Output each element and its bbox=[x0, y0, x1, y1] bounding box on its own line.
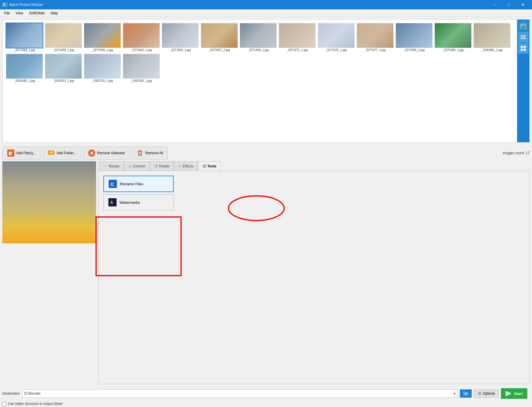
image-thumbnail bbox=[357, 23, 393, 48]
title-bar: Batch Picture Resizer − □ ✕ bbox=[0, 0, 532, 9]
watermarks-button[interactable]: A Watermarks bbox=[103, 194, 174, 210]
tab-rotate[interactable]: ↺ Rotate bbox=[150, 161, 174, 171]
menu-view[interactable]: View bbox=[13, 10, 26, 16]
tabs-content: ↔ Resize ⇄ Convert ↺ Rotate ✦ Effects ⚙ bbox=[98, 161, 530, 384]
use-folder-row: Use folder structure in output folder bbox=[0, 401, 532, 407]
image-grid[interactable]: _5271658_1.jpg_5271659_1.jpg_5271660_1.j… bbox=[3, 20, 517, 142]
image-label: _5292023_1.jpg bbox=[53, 79, 74, 82]
svg-text:A: A bbox=[110, 200, 113, 205]
image-item[interactable]: _5281885_1.jpg bbox=[6, 53, 43, 83]
sidebar-grid-button[interactable] bbox=[518, 43, 528, 54]
tab-effects-label: Effects bbox=[183, 164, 193, 168]
add-files-button[interactable]: Add File(s)... bbox=[2, 147, 41, 160]
image-thumbnail bbox=[201, 23, 238, 48]
image-thumbnail bbox=[123, 23, 160, 48]
image-item[interactable]: _5271664_1.jpg bbox=[161, 23, 199, 52]
minimize-button[interactable]: − bbox=[488, 0, 502, 9]
use-folder-label[interactable]: Use folder structure in output folder bbox=[8, 402, 63, 406]
add-folder-icon bbox=[48, 150, 55, 157]
tab-tools-label: Tools bbox=[207, 164, 216, 168]
remove-selected-button[interactable]: Remove Selected bbox=[83, 147, 130, 160]
image-thumbnail bbox=[84, 54, 121, 79]
start-button[interactable]: Start bbox=[501, 388, 527, 399]
svg-rect-11 bbox=[521, 46, 523, 48]
remove-all-icon bbox=[137, 150, 144, 157]
image-item[interactable]: _5302370_1.jpg bbox=[83, 53, 121, 83]
sidebar-list-button[interactable] bbox=[518, 32, 528, 43]
tab-effects-icon: ✦ bbox=[178, 164, 182, 169]
remove-selected-icon bbox=[88, 150, 95, 157]
svg-rect-13 bbox=[521, 49, 523, 51]
image-item[interactable]: _5271684_1.jpg bbox=[434, 23, 472, 52]
title-bar-controls: − □ ✕ bbox=[488, 0, 530, 9]
svg-marker-34 bbox=[507, 391, 511, 396]
image-item[interactable]: _5271659_1.jpg bbox=[45, 23, 82, 52]
image-thumbnail bbox=[318, 23, 354, 48]
tab-convert[interactable]: ⇄ Convert bbox=[124, 161, 150, 171]
image-item[interactable]: _5281881_1.jpg bbox=[473, 23, 511, 52]
use-folder-checkbox[interactable] bbox=[2, 402, 6, 406]
menu-help[interactable]: Help bbox=[48, 10, 61, 16]
image-item[interactable]: _5271675_1.jpg bbox=[317, 23, 355, 52]
image-label: _5271664_1.jpg bbox=[170, 48, 191, 52]
image-label: _5281881_1.jpg bbox=[482, 48, 503, 52]
sidebar-photo-button[interactable] bbox=[518, 21, 528, 31]
tab-bar: ↔ Resize ⇄ Convert ↺ Rotate ✦ Effects ⚙ bbox=[98, 161, 530, 171]
svg-rect-10 bbox=[521, 38, 526, 39]
tab-resize-icon: ↔ bbox=[103, 164, 108, 169]
restore-button[interactable]: □ bbox=[502, 0, 516, 9]
image-thumbnail bbox=[396, 23, 432, 48]
destination-browse-button[interactable] bbox=[460, 389, 472, 398]
watermarks-label: Watermarks bbox=[120, 200, 140, 205]
preview-image bbox=[2, 161, 96, 243]
image-item[interactable]: _5271671_1.jpg bbox=[278, 23, 316, 52]
menu-bar: File View SoftOrbits Help bbox=[0, 9, 532, 17]
image-thumbnail bbox=[279, 23, 316, 48]
destination-label: Destination bbox=[2, 391, 20, 396]
tab-resize[interactable]: ↔ Resize bbox=[98, 161, 124, 171]
add-folder-button[interactable]: Add Folder... bbox=[43, 147, 81, 160]
app-title: Batch Picture Resizer bbox=[9, 3, 43, 7]
svg-rect-20 bbox=[51, 151, 52, 154]
image-thumbnail bbox=[84, 23, 121, 48]
image-thumbnail bbox=[240, 23, 277, 48]
destination-dropdown-icon: ▾ bbox=[453, 391, 456, 396]
image-thumbnail bbox=[123, 54, 160, 79]
image-label: _5271659_1.jpg bbox=[53, 48, 74, 52]
menu-softorbits[interactable]: SoftOrbits bbox=[26, 10, 47, 16]
options-button[interactable]: ⚙ Options bbox=[474, 389, 499, 398]
rename-files-button[interactable]: A 3 Rename Files bbox=[103, 176, 174, 192]
image-item[interactable]: _5292023_1.jpg bbox=[45, 53, 82, 83]
svg-point-6 bbox=[521, 25, 523, 26]
image-item[interactable]: _5271662_1.jpg bbox=[122, 23, 160, 52]
image-item[interactable]: _5271677_1.jpg bbox=[356, 23, 394, 52]
destination-input-container[interactable]: D:\Results ▾ bbox=[22, 389, 458, 398]
image-label: _5271677_1.jpg bbox=[365, 48, 386, 52]
watermarks-icon: A bbox=[108, 198, 117, 206]
image-item[interactable]: _5271660_1.jpg bbox=[83, 23, 121, 52]
image-label: _5271668_1.jpg bbox=[248, 48, 269, 52]
bottom-area: ↔ Resize ⇄ Convert ↺ Rotate ✦ Effects ⚙ bbox=[0, 161, 532, 386]
image-label: _5271684_1.jpg bbox=[443, 48, 464, 52]
destination-value: D:\Results bbox=[24, 391, 40, 396]
image-label: _5271682_2.jpg bbox=[404, 48, 425, 52]
image-label: _5271675_1.jpg bbox=[326, 48, 347, 52]
svg-rect-8 bbox=[521, 35, 526, 36]
image-thumbnail bbox=[435, 23, 471, 48]
close-button[interactable]: ✕ bbox=[516, 0, 530, 9]
image-item[interactable]: _5271668_1.jpg bbox=[239, 23, 277, 52]
image-thumbnail bbox=[474, 23, 510, 48]
tab-tools-icon: ⚙ bbox=[202, 164, 206, 169]
menu-file[interactable]: File bbox=[1, 10, 13, 16]
remove-all-button[interactable]: Remove All bbox=[132, 147, 168, 160]
add-files-label: Add File(s)... bbox=[16, 151, 36, 155]
image-item[interactable]: _5302383_1.jpg bbox=[122, 53, 160, 83]
image-label: _5271660_1.jpg bbox=[92, 48, 113, 52]
tab-convert-label: Convert bbox=[133, 164, 145, 168]
image-item[interactable]: _5271682_2.jpg bbox=[395, 23, 433, 52]
tab-effects[interactable]: ✦ Effects bbox=[174, 161, 198, 171]
image-item[interactable]: _5271658_1.jpg bbox=[6, 23, 43, 52]
tab-tools[interactable]: ⚙ Tools bbox=[198, 161, 221, 171]
preview-container bbox=[2, 161, 96, 243]
image-item[interactable]: _5271667_1.jpg bbox=[200, 23, 238, 52]
